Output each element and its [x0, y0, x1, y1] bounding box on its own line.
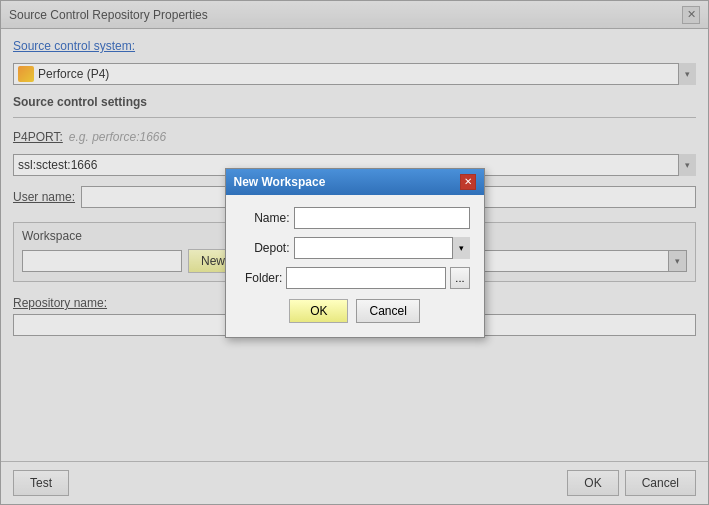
nw-depot-label: Depot: [240, 241, 290, 255]
nw-depot-input[interactable] [294, 237, 470, 259]
nw-browse-button[interactable]: ... [450, 267, 469, 289]
nw-title-bar: New Workspace ✕ [226, 169, 484, 195]
nw-close-button[interactable]: ✕ [460, 174, 476, 190]
modal-overlay: New Workspace ✕ Name: Depot: ▾ [1, 1, 708, 504]
nw-depot-row: Depot: ▾ [240, 237, 470, 259]
nw-title: New Workspace [234, 175, 326, 189]
new-workspace-dialog: New Workspace ✕ Name: Depot: ▾ [225, 168, 485, 338]
nw-folder-label: Folder: [240, 271, 283, 285]
nw-depot-wrapper: ▾ [294, 237, 470, 259]
nw-depot-arrow[interactable]: ▾ [452, 237, 470, 259]
nw-content: Name: Depot: ▾ Folder: ... [226, 195, 484, 337]
nw-cancel-button[interactable]: Cancel [356, 299, 419, 323]
nw-name-row: Name: [240, 207, 470, 229]
nw-ok-button[interactable]: OK [289, 299, 348, 323]
nw-folder-row: Folder: ... [240, 267, 470, 289]
nw-name-input[interactable] [294, 207, 470, 229]
nw-folder-input[interactable] [286, 267, 446, 289]
nw-name-label: Name: [240, 211, 290, 225]
main-dialog: Source Control Repository Properties ✕ S… [0, 0, 709, 505]
nw-buttons: OK Cancel [240, 299, 470, 327]
